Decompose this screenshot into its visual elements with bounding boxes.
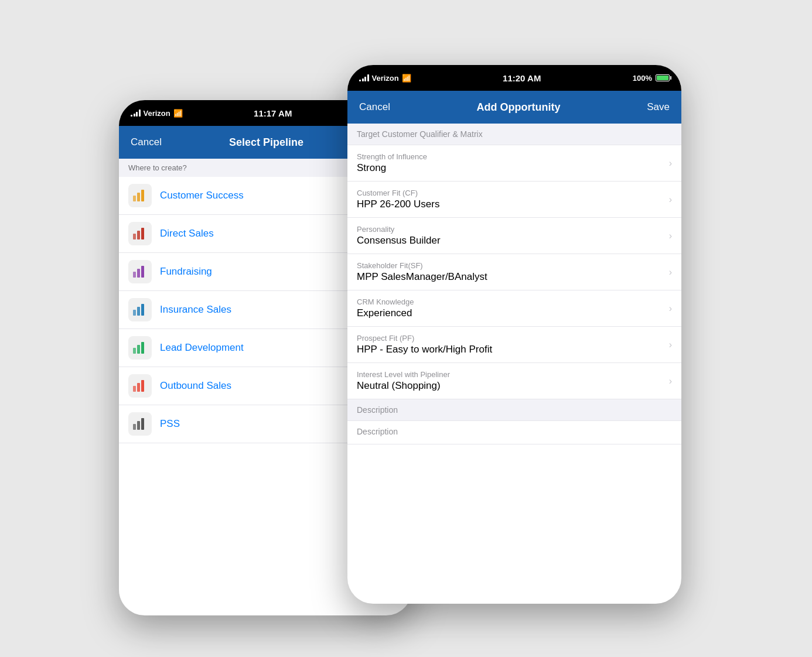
- signal-icon-front: [359, 74, 369, 81]
- status-right-front: 100%: [633, 74, 670, 83]
- svg-rect-9: [133, 310, 136, 316]
- svg-rect-6: [133, 272, 136, 278]
- signal-icon: [131, 110, 141, 117]
- form-item-stakeholder-fit-value: MPP SalesManager/BAnalyst: [357, 271, 487, 283]
- pipeline-name-6: PSS: [160, 418, 180, 430]
- description-section-header: Description: [347, 399, 681, 421]
- form-item-personality-label: Personality: [357, 225, 441, 234]
- chevron-right-icon: ›: [669, 158, 672, 169]
- pipeline-icon-customer-success: [128, 184, 152, 207]
- wifi-icon-front: 📶: [402, 74, 411, 83]
- carrier-back: Verizon: [144, 109, 170, 118]
- pipeline-icon-insurance-sales: [128, 298, 152, 321]
- svg-rect-17: [141, 380, 144, 392]
- chevron-right-icon: ›: [669, 194, 672, 205]
- carrier-front: Verizon: [372, 74, 399, 83]
- pipeline-name-4: Lead Development: [160, 342, 244, 354]
- pipeline-name-5: Outbound Sales: [160, 380, 231, 392]
- form-item-interest-level-label: Interest Level with Pipeliner: [357, 370, 450, 379]
- svg-rect-0: [133, 196, 136, 201]
- svg-rect-18: [133, 424, 136, 430]
- form-item-customer-fit-label: Customer Fit (CF): [357, 189, 439, 197]
- battery-pct-front: 100%: [633, 74, 652, 83]
- svg-rect-8: [141, 266, 144, 278]
- description-field[interactable]: Description: [347, 421, 681, 444]
- svg-rect-2: [141, 190, 144, 201]
- battery-icon-front: [656, 74, 670, 81]
- pipeline-name-0: Customer Success: [160, 190, 244, 201]
- form-item-customer-fit-value: HPP 26-200 Users: [357, 199, 439, 210]
- form-item-strength-content: Strength of Influence Strong: [357, 152, 427, 174]
- nav-bar-front: Cancel Add Opportunity Save: [347, 91, 681, 124]
- phone-front: Verizon 📶 11:20 AM 100% Cancel Add Oppor…: [347, 65, 681, 604]
- form-item-customer-fit[interactable]: Customer Fit (CF) HPP 26-200 Users ›: [347, 182, 681, 218]
- form-item-stakeholder-fit-label: Stakeholder Fit(SF): [357, 261, 487, 270]
- form-item-crm-knowledge-label: CRM Knowledge: [357, 297, 414, 306]
- form-item-interest-level-content: Interest Level with Pipeliner Neutral (S…: [357, 370, 450, 392]
- chevron-right-icon: ›: [669, 303, 672, 314]
- chevron-right-icon: ›: [669, 267, 672, 278]
- pipeline-icon-fundraising: [128, 260, 152, 283]
- form-item-strength[interactable]: Strength of Influence Strong ›: [347, 145, 681, 182]
- svg-rect-13: [137, 345, 140, 354]
- cancel-button-front[interactable]: Cancel: [359, 101, 390, 113]
- svg-rect-19: [137, 421, 140, 430]
- svg-rect-20: [141, 418, 144, 430]
- svg-rect-1: [137, 193, 140, 201]
- svg-rect-11: [141, 304, 144, 316]
- status-left-back: Verizon 📶: [131, 109, 183, 118]
- wifi-icon: 📶: [173, 109, 183, 118]
- pipeline-icon-outbound-sales: [128, 374, 152, 398]
- pipeline-icon-lead-development: [128, 336, 152, 360]
- time-front: 11:20 AM: [503, 73, 541, 83]
- form-item-personality-value: Consensus Builder: [357, 235, 441, 247]
- pipeline-name-3: Insurance Sales: [160, 304, 231, 316]
- form-item-personality[interactable]: Personality Consensus Builder ›: [347, 218, 681, 254]
- svg-rect-5: [141, 228, 144, 239]
- save-button-front[interactable]: Save: [647, 101, 670, 113]
- form-item-strength-value: Strong: [357, 162, 427, 174]
- chevron-right-icon: ›: [669, 231, 672, 241]
- status-left-front: Verizon 📶: [359, 74, 411, 83]
- form-item-customer-fit-content: Customer Fit (CF) HPP 26-200 Users: [357, 189, 439, 210]
- svg-rect-14: [141, 342, 144, 354]
- form-item-prospect-fit-label: Prospect Fit (PF): [357, 334, 492, 343]
- form-item-stakeholder-fit[interactable]: Stakeholder Fit(SF) MPP SalesManager/BAn…: [347, 254, 681, 290]
- pipeline-name-2: Fundraising: [160, 266, 212, 278]
- form-item-stakeholder-fit-content: Stakeholder Fit(SF) MPP SalesManager/BAn…: [357, 261, 487, 283]
- form-item-interest-level[interactable]: Interest Level with Pipeliner Neutral (S…: [347, 363, 681, 399]
- form-section-header: Target Customer Qualifier & Matrix: [347, 124, 681, 145]
- svg-rect-15: [133, 386, 136, 392]
- form-item-crm-knowledge-content: CRM Knowledge Experienced: [357, 297, 414, 319]
- form-item-crm-knowledge-value: Experienced: [357, 307, 414, 319]
- svg-rect-3: [133, 234, 136, 239]
- svg-rect-10: [137, 307, 140, 316]
- form-item-interest-level-value: Neutral (Shopping): [357, 380, 450, 392]
- form-item-prospect-fit-content: Prospect Fit (PF) HPP - Easy to work/Hig…: [357, 334, 492, 355]
- svg-rect-12: [133, 348, 136, 354]
- pipeline-icon-pss: [128, 412, 152, 436]
- form-item-prospect-fit[interactable]: Prospect Fit (PF) HPP - Easy to work/Hig…: [347, 327, 681, 363]
- svg-rect-16: [137, 383, 140, 392]
- svg-rect-4: [137, 231, 140, 239]
- nav-title-back: Select Pipeline: [229, 136, 303, 149]
- form-item-personality-content: Personality Consensus Builder: [357, 225, 441, 247]
- cancel-button-back[interactable]: Cancel: [131, 136, 162, 148]
- svg-rect-7: [137, 269, 140, 278]
- pipeline-icon-direct-sales: [128, 222, 152, 245]
- form-item-crm-knowledge[interactable]: CRM Knowledge Experienced ›: [347, 290, 681, 327]
- pipeline-name-1: Direct Sales: [160, 228, 214, 239]
- status-bar-front: Verizon 📶 11:20 AM 100%: [347, 65, 681, 91]
- nav-title-front: Add Opportunity: [477, 101, 561, 114]
- chevron-right-icon: ›: [669, 376, 672, 386]
- form-item-strength-label: Strength of Influence: [357, 152, 427, 161]
- form-item-prospect-fit-value: HPP - Easy to work/High Profit: [357, 344, 492, 355]
- time-back: 11:17 AM: [254, 108, 292, 118]
- form-list: Strength of Influence Strong › Customer …: [347, 145, 681, 444]
- chevron-right-icon: ›: [669, 340, 672, 350]
- phones-container: Verizon 📶 11:17 AM 100% Cancel Select Pi…: [84, 65, 728, 592]
